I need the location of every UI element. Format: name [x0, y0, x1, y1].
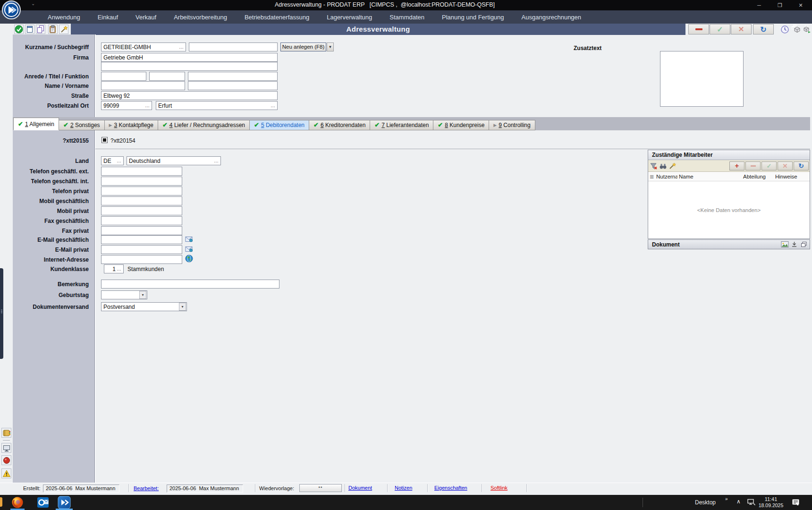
nachname-input[interactable]: [101, 81, 185, 90]
row-remove-button[interactable]: [745, 162, 761, 170]
refresh-button[interactable]: ↻: [753, 24, 774, 34]
browse-dots-icon[interactable]: [271, 103, 275, 108]
warning-icon[interactable]: [1, 468, 11, 478]
outlook-icon[interactable]: [37, 496, 49, 509]
fax-gesch-input[interactable]: [101, 216, 182, 225]
network-icon[interactable]: [747, 499, 756, 506]
package-icon[interactable]: [792, 25, 802, 34]
menu-stammdaten[interactable]: Stammdaten: [383, 14, 431, 21]
col-abteilung[interactable]: Abteilung: [742, 174, 774, 179]
tab-kontaktpflege[interactable]: ▶ 3 Kontaktpflege: [105, 120, 158, 130]
neu-anlegen-button[interactable]: Neu anlegen (F8): [280, 42, 326, 51]
record-confirm-button[interactable]: ✓: [710, 24, 730, 34]
tab-debitorendaten[interactable]: ✔ 5 Debitorendaten: [250, 120, 309, 130]
browse-dots-icon[interactable]: [117, 158, 121, 163]
tab-kreditorendaten[interactable]: ✔ 6 Kreditorendaten: [309, 120, 370, 130]
anrede-input[interactable]: [101, 72, 146, 81]
menu-arbeitsvorbereitung[interactable]: Arbeitsvorbereitung: [168, 14, 233, 21]
close-icon[interactable]: ✕: [790, 0, 811, 10]
cut-off-app-icon[interactable]: [0, 497, 2, 507]
vorname-input[interactable]: [188, 81, 278, 90]
ort-input[interactable]: Erfurt: [156, 101, 278, 110]
kurzname2-input[interactable]: [189, 42, 278, 51]
collapsed-sidebar-handle[interactable]: [0, 268, 3, 359]
menu-verkauf[interactable]: Verkauf: [129, 14, 162, 21]
tab-allgemein[interactable]: ✔ 1 Allgemein: [13, 118, 59, 130]
row-refresh-button[interactable]: ↻: [794, 162, 809, 170]
email-priv-input[interactable]: [101, 245, 182, 254]
col-name[interactable]: Name: [677, 174, 742, 179]
new-document-icon[interactable]: [25, 25, 34, 34]
prodat-taskbar-icon[interactable]: [58, 496, 71, 509]
globe-icon[interactable]: [185, 255, 193, 264]
mobil-gesch-input[interactable]: [101, 196, 182, 205]
row-cancel-button[interactable]: ✕: [778, 162, 793, 170]
row-confirm-button[interactable]: ✓: [761, 162, 777, 170]
maximize-icon[interactable]: ❐: [770, 0, 790, 10]
strasse-input[interactable]: Elbweg 92: [101, 91, 278, 100]
chevron-down-icon[interactable]: ⌄: [31, 1, 35, 6]
wiedervorlage-button[interactable]: **: [299, 484, 342, 492]
menu-ausgangsrechnungen[interactable]: Ausgangsrechnungen: [516, 14, 588, 21]
tel-int-input[interactable]: [101, 177, 182, 186]
menu-lagerverwaltung[interactable]: Lagerverwaltung: [321, 14, 378, 21]
send-mail-icon[interactable]: [185, 245, 193, 255]
eigenschaften-link[interactable]: Eigenschaften: [434, 485, 467, 491]
titel-input[interactable]: [149, 72, 185, 81]
plz-input[interactable]: 99099: [101, 101, 152, 110]
wizard-icon[interactable]: [668, 162, 677, 170]
tray-clock[interactable]: 11:41 18.09.2025: [755, 496, 787, 509]
package-run-icon[interactable]: [802, 25, 812, 34]
firefox-icon[interactable]: [11, 496, 24, 509]
tab-sonstiges[interactable]: ✔ 2 Sonstiges: [59, 120, 105, 130]
copy-icon[interactable]: [36, 25, 45, 34]
geburtstag-select[interactable]: [101, 290, 147, 299]
record-remove-button[interactable]: [688, 24, 709, 34]
ok-circle-icon[interactable]: [14, 25, 24, 34]
address-book-icon[interactable]: [1, 428, 11, 438]
notification-icon[interactable]: [792, 498, 800, 507]
col-hinweise[interactable]: Hinweise: [774, 174, 808, 179]
record-stop-icon[interactable]: [1, 455, 11, 465]
xtt-checkbox[interactable]: [102, 137, 108, 143]
zusatztext-box[interactable]: [660, 51, 744, 107]
bearbeitet-link[interactable]: Bearbeitet:: [134, 485, 159, 491]
menu-einkauf[interactable]: Einkauf: [92, 14, 124, 21]
restore-window-icon[interactable]: [799, 240, 808, 249]
fax-priv-input[interactable]: [101, 226, 182, 235]
binoculars-icon[interactable]: [659, 162, 668, 170]
dropdown-arrow-icon[interactable]: [179, 303, 186, 311]
land-code-input[interactable]: DE: [101, 156, 124, 165]
wizard-icon[interactable]: [59, 25, 68, 34]
mobil-priv-input[interactable]: [101, 206, 182, 215]
internet-input[interactable]: [101, 255, 182, 264]
menu-planung-und-fertigung[interactable]: Planung und Fertigung: [436, 14, 510, 21]
tab-controlling[interactable]: ▶ 9 Controlling: [489, 120, 535, 130]
tab-kundenpreise[interactable]: ✔ 8 Kundenpreise: [433, 120, 489, 130]
browse-dots-icon[interactable]: [214, 158, 219, 163]
prodat-logo-icon[interactable]: [2, 0, 21, 21]
row-add-button[interactable]: +: [729, 162, 744, 170]
collapse-icon[interactable]: [790, 240, 799, 249]
softlink-link[interactable]: Softlink: [491, 485, 507, 491]
menu-betriebsdatenerfassung[interactable]: Betriebsdatenerfassung: [238, 14, 315, 21]
bemerkung-input[interactable]: [101, 280, 279, 289]
land-name-input[interactable]: Deutschland: [127, 156, 221, 165]
tab-lieferantendaten[interactable]: ✔ 7 Lieferantendaten: [370, 120, 433, 130]
image-icon[interactable]: [780, 240, 789, 249]
desktop-button[interactable]: Desktop: [695, 500, 716, 506]
menu-anwendung[interactable]: Anwendung: [42, 14, 86, 21]
col-nutzername[interactable]: Nutzerna: [655, 174, 677, 179]
kurzname-input[interactable]: GETRIEBE-GMBH: [101, 42, 186, 51]
hidden-icons-chevron[interactable]: ∧: [736, 499, 741, 505]
paste-icon[interactable]: [48, 25, 58, 34]
minimize-icon[interactable]: ─: [749, 0, 770, 10]
send-mail-icon[interactable]: [185, 235, 193, 245]
funktion-input[interactable]: [188, 72, 278, 81]
browse-dots-icon[interactable]: [117, 266, 121, 272]
history-icon[interactable]: [780, 25, 790, 34]
dokument-link[interactable]: Dokument: [348, 485, 372, 491]
email-gesch-input[interactable]: [101, 235, 182, 244]
tel-priv-input[interactable]: [101, 187, 182, 196]
notizen-link[interactable]: Notizen: [395, 485, 412, 491]
